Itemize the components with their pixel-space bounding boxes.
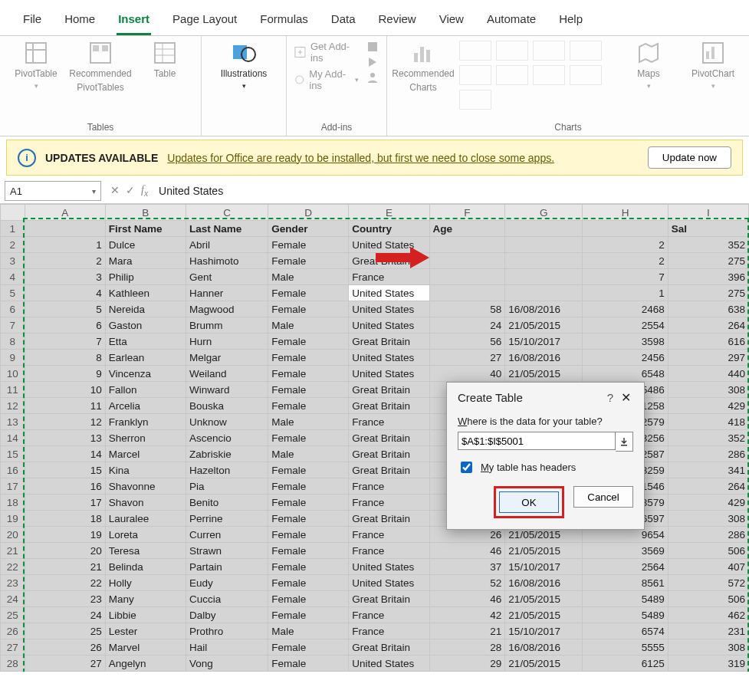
row-header[interactable]: 28 [1, 656, 25, 672]
menu-data[interactable]: Data [330, 8, 357, 35]
cell[interactable]: 46 [429, 543, 505, 559]
cell[interactable]: France [349, 607, 429, 623]
row-header[interactable]: 2 [1, 237, 25, 253]
cell[interactable]: Female [268, 527, 349, 543]
row-header[interactable]: 14 [1, 430, 25, 446]
cell[interactable]: 46 [429, 591, 505, 607]
cell[interactable]: Unknow [186, 414, 268, 430]
ok-button[interactable]: OK [499, 491, 559, 513]
cell[interactable]: 21/05/2015 [505, 607, 583, 623]
cell[interactable]: France [349, 269, 429, 285]
cell[interactable]: United States [349, 237, 429, 253]
cell[interactable]: 15/10/2017 [505, 623, 583, 639]
notice-link[interactable]: Updates for Office are ready to be insta… [167, 152, 554, 164]
menu-page-layout[interactable]: Page Layout [171, 8, 238, 35]
cell[interactable]: 23 [25, 591, 105, 607]
cell[interactable]: 16/08/2016 [505, 350, 583, 366]
cell[interactable]: Female [268, 382, 349, 398]
cell[interactable]: Kathleen [105, 285, 186, 301]
cell[interactable]: 9 [25, 366, 105, 382]
bing-icon[interactable] [366, 56, 379, 68]
cell[interactable]: United States [349, 317, 429, 334]
cell[interactable]: Country [349, 221, 429, 237]
help-icon[interactable]: ? [603, 391, 618, 404]
cell[interactable]: 52 [429, 575, 505, 591]
cell[interactable]: 264 [668, 317, 748, 334]
cell[interactable]: Female [268, 639, 349, 656]
chart-combo-icon[interactable] [570, 65, 602, 85]
cell[interactable]: Female [268, 656, 349, 672]
cancel-button[interactable]: Cancel [573, 486, 633, 508]
cell[interactable]: 7 [583, 269, 668, 285]
maps-button[interactable]: Maps▾ [620, 41, 677, 90]
cell[interactable]: Belinda [105, 559, 186, 575]
cell[interactable]: Male [268, 317, 349, 334]
cell[interactable]: 6 [25, 317, 105, 334]
cell[interactable]: 19 [25, 527, 105, 543]
cell[interactable]: Zabriskie [186, 446, 268, 462]
row-header[interactable]: 25 [1, 607, 25, 623]
row-header[interactable]: 1 [1, 221, 25, 237]
corner-cell[interactable] [1, 205, 25, 221]
cell[interactable]: Benito [186, 495, 268, 511]
table-button[interactable]: Table [136, 41, 193, 79]
cell[interactable] [505, 269, 583, 285]
cell[interactable]: France [349, 623, 429, 639]
cell[interactable]: Great Britain [349, 382, 429, 398]
cell[interactable]: 21/05/2015 [505, 543, 583, 559]
cancel-icon[interactable]: ✕ [110, 184, 120, 199]
cell[interactable]: 638 [668, 301, 748, 317]
cell[interactable]: 12 [25, 414, 105, 430]
cell[interactable]: Female [268, 430, 349, 446]
row-header[interactable]: 13 [1, 414, 25, 430]
row-header[interactable]: 10 [1, 366, 25, 382]
cell[interactable]: Great Britain [349, 511, 429, 527]
cell[interactable]: Philip [105, 269, 186, 285]
row-header[interactable]: 23 [1, 575, 25, 591]
pivottable-button[interactable]: PivotTable▾ [8, 41, 64, 90]
chart-area-icon[interactable] [459, 65, 491, 85]
cell[interactable]: 20 [25, 543, 105, 559]
row-header[interactable]: 8 [1, 334, 25, 350]
cell[interactable]: 21/05/2015 [505, 366, 583, 382]
cell[interactable]: Hail [186, 639, 268, 656]
cell[interactable] [25, 221, 105, 237]
cell[interactable] [429, 269, 505, 285]
cell[interactable]: Marvel [105, 639, 186, 656]
cell[interactable]: Female [268, 366, 349, 382]
cell[interactable]: Winward [186, 382, 268, 398]
col-header-C[interactable]: C [186, 205, 268, 221]
cell[interactable]: Female [268, 301, 349, 317]
menu-home[interactable]: Home [63, 8, 97, 35]
cell[interactable]: 21 [429, 623, 505, 639]
row-header[interactable]: 3 [1, 253, 25, 269]
cell[interactable]: Weiland [186, 366, 268, 382]
col-header-I[interactable]: I [668, 205, 748, 221]
cell[interactable]: Hashimoto [186, 253, 268, 269]
cell[interactable]: Sal [668, 221, 748, 237]
cell[interactable] [429, 253, 505, 269]
cell[interactable]: 264 [668, 478, 748, 495]
cell[interactable]: Female [268, 559, 349, 575]
update-now-button[interactable]: Update now [648, 146, 731, 169]
cell[interactable]: Hazelton [186, 462, 268, 478]
cell[interactable]: United States [349, 301, 429, 317]
cell[interactable]: United States [349, 350, 429, 366]
cell[interactable]: 275 [668, 285, 748, 301]
cell[interactable] [583, 221, 668, 237]
cell[interactable]: 25 [25, 623, 105, 639]
cell[interactable]: 21/05/2015 [505, 656, 583, 672]
cell[interactable]: 40 [429, 366, 505, 382]
cell[interactable]: Mara [105, 253, 186, 269]
cell[interactable]: 29 [429, 656, 505, 672]
cell[interactable]: Female [268, 285, 349, 301]
row-header[interactable]: 15 [1, 446, 25, 462]
row-header[interactable]: 16 [1, 462, 25, 478]
cell[interactable]: 352 [668, 430, 748, 446]
pivotchart-button[interactable]: PivotChart▾ [685, 41, 741, 90]
cell[interactable]: 18 [25, 511, 105, 527]
cell[interactable]: Fallon [105, 382, 186, 398]
cell[interactable]: 16/08/2016 [505, 639, 583, 656]
cell[interactable]: 4 [25, 285, 105, 301]
fx-icon[interactable]: fx [141, 184, 148, 199]
